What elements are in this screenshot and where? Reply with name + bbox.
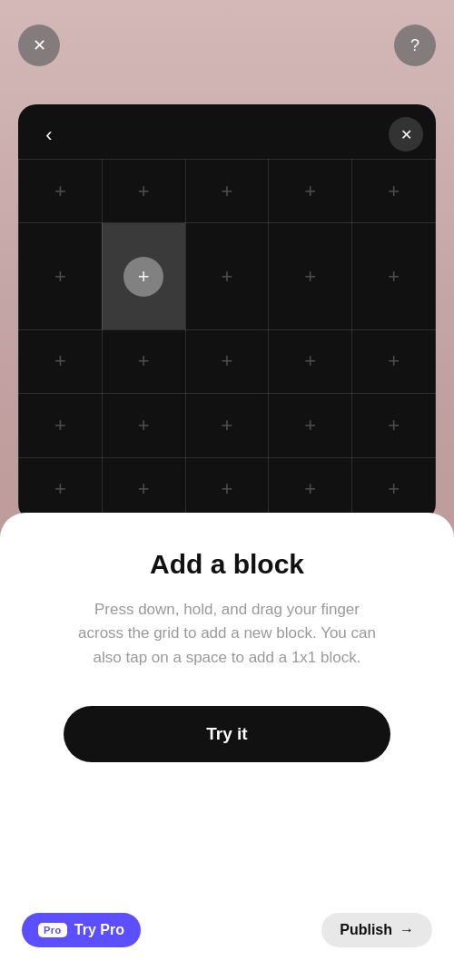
help-icon: ?: [410, 36, 419, 55]
close-icon: ✕: [33, 35, 46, 55]
plus-icon: +: [54, 265, 66, 288]
plus-icon: +: [138, 349, 150, 372]
plus-circle: +: [123, 257, 163, 297]
plus-icon: +: [304, 349, 316, 372]
grid-cell[interactable]: +: [19, 223, 103, 329]
try-it-button[interactable]: Try it: [64, 706, 390, 762]
grid-row: + + + + +: [19, 394, 436, 457]
grid-cell[interactable]: +: [185, 457, 269, 521]
grid-cell[interactable]: +: [102, 329, 185, 393]
grid-table: + + + + + + + + + + + + +: [18, 159, 436, 522]
back-button[interactable]: ‹: [33, 119, 65, 152]
grid-close-icon: ✕: [400, 126, 412, 143]
plus-icon: +: [388, 180, 400, 202]
grid-cell-highlighted[interactable]: +: [102, 223, 185, 329]
plus-icon: +: [54, 180, 66, 202]
plus-icon: +: [138, 180, 150, 202]
grid-panel: ‹ ✕ + + + + + + + + + +: [18, 104, 436, 522]
bottom-bar: Pro Try Pro Publish →: [0, 889, 454, 980]
grid-cell[interactable]: +: [352, 329, 436, 393]
grid-cell[interactable]: +: [19, 329, 103, 393]
try-pro-button[interactable]: Pro Try Pro: [22, 913, 141, 947]
grid-cell[interactable]: +: [269, 160, 352, 223]
grid-cell[interactable]: +: [352, 223, 436, 329]
publish-button[interactable]: Publish →: [321, 913, 432, 947]
plus-icon: +: [54, 477, 66, 500]
plus-icon: +: [54, 349, 66, 372]
plus-icon: +: [54, 414, 66, 436]
plus-icon: +: [304, 180, 316, 202]
plus-icon: +: [304, 265, 316, 288]
plus-icon: +: [388, 477, 400, 500]
grid-cell[interactable]: +: [19, 394, 103, 457]
grid-row: + + + + +: [19, 223, 436, 329]
grid-cell[interactable]: +: [269, 223, 352, 329]
plus-icon: +: [388, 414, 400, 436]
plus-icon: +: [138, 414, 150, 436]
grid-row: + + + + +: [19, 160, 436, 223]
publish-arrow-icon: →: [400, 922, 414, 938]
try-it-label: Try it: [206, 724, 247, 744]
grid-row: + + + + +: [19, 329, 436, 393]
grid-content: + + + + + + + + + + + + +: [18, 159, 436, 522]
grid-cell[interactable]: +: [269, 394, 352, 457]
grid-cell[interactable]: +: [19, 457, 103, 521]
grid-cell[interactable]: +: [102, 160, 185, 223]
grid-row: + + + + +: [19, 457, 436, 521]
sheet-title: Add a block: [150, 549, 304, 580]
grid-close-button[interactable]: ✕: [389, 117, 423, 152]
plus-icon: +: [222, 349, 233, 372]
pro-tag: Pro: [38, 923, 67, 937]
plus-icon: +: [222, 477, 233, 500]
grid-cell[interactable]: +: [269, 457, 352, 521]
top-bar: ✕ ?: [0, 0, 454, 82]
plus-icon: +: [222, 265, 233, 288]
grid-cell[interactable]: +: [102, 394, 185, 457]
plus-icon: +: [304, 414, 316, 436]
grid-cell[interactable]: +: [185, 160, 269, 223]
grid-cell[interactable]: +: [352, 160, 436, 223]
back-icon: ‹: [45, 123, 52, 147]
plus-icon: +: [222, 180, 233, 202]
grid-cell[interactable]: +: [102, 457, 185, 521]
plus-icon: +: [388, 265, 400, 288]
grid-cell[interactable]: +: [352, 394, 436, 457]
grid-cell[interactable]: +: [269, 329, 352, 393]
pro-label: Try Pro: [74, 922, 124, 938]
plus-icon: +: [388, 349, 400, 372]
close-button[interactable]: ✕: [18, 24, 60, 66]
publish-label: Publish: [340, 922, 392, 938]
grid-cell[interactable]: +: [185, 223, 269, 329]
grid-cell[interactable]: +: [185, 394, 269, 457]
plus-icon: +: [222, 414, 233, 436]
grid-cell[interactable]: +: [19, 160, 103, 223]
grid-cell[interactable]: +: [352, 457, 436, 521]
plus-icon: +: [304, 477, 316, 500]
grid-cell[interactable]: +: [185, 329, 269, 393]
help-button[interactable]: ?: [394, 24, 436, 66]
sheet-description: Press down, hold, and drag your finger a…: [73, 598, 381, 670]
plus-icon: +: [138, 265, 150, 289]
plus-icon: +: [138, 477, 150, 500]
